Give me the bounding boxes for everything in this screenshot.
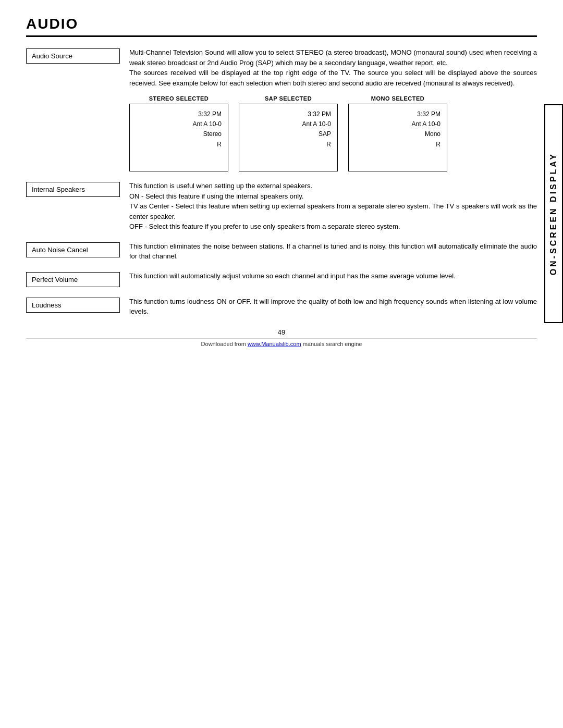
audio-source-section: Audio Source Multi-Channel Television So… <box>26 47 537 171</box>
footer-link[interactable]: www.Manualslib.com <box>248 341 301 347</box>
page-header: AUDIO <box>26 16 537 37</box>
page-footer: 49 Downloaded from www.Manualslib.com ma… <box>0 328 563 347</box>
audio-source-desc1: Multi-Channel Television Sound will allo… <box>129 47 537 88</box>
stereo-diagram: STEREO SELECTED 3:32 PMAnt A 10-0StereoR <box>129 95 228 171</box>
sap-diagram: SAP SELECTED 3:32 PMAnt A 10-0SAPR <box>239 95 338 171</box>
content-area: Audio Source Multi-Channel Television So… <box>26 47 537 317</box>
stereo-screen-text: 3:32 PMAnt A 10-0StereoR <box>193 109 222 150</box>
auto-noise-cancel-label: Auto Noise Cancel <box>26 242 120 257</box>
sap-screen-text: 3:32 PMAnt A 10-0SAPR <box>302 109 331 150</box>
internal-speakers-desc: This function is useful when setting up … <box>129 181 537 232</box>
stereo-screen: 3:32 PMAnt A 10-0StereoR <box>129 104 228 171</box>
stereo-label: STEREO SELECTED <box>149 95 209 102</box>
perfect-volume-desc: This function will automatically adjust … <box>129 271 537 281</box>
sidebar-label: ON-SCREEN DISPLAY <box>549 152 558 275</box>
audio-source-label: Audio Source <box>26 48 120 64</box>
mono-label: MONO SELECTED <box>371 95 424 102</box>
loudness-label: Loudness <box>26 298 120 313</box>
sap-screen: 3:32 PMAnt A 10-0SAPR <box>239 104 338 171</box>
loudness-desc: This function turns loudness ON or OFF. … <box>129 297 537 317</box>
perfect-volume-row: Perfect Volume This function will automa… <box>26 271 537 287</box>
sap-label: SAP SELECTED <box>265 95 312 102</box>
audio-source-content: Multi-Channel Television Sound will allo… <box>129 47 537 171</box>
diagrams-row: STEREO SELECTED 3:32 PMAnt A 10-0StereoR… <box>129 95 537 171</box>
internal-speakers-row: Internal Speakers This function is usefu… <box>26 181 537 232</box>
perfect-volume-label: Perfect Volume <box>26 272 120 287</box>
auto-noise-cancel-row: Auto Noise Cancel This function eliminat… <box>26 241 537 262</box>
page-title: AUDIO <box>26 16 537 32</box>
sidebar-vertical: ON-SCREEN DISPLAY <box>544 104 563 323</box>
internal-speakers-label: Internal Speakers <box>26 182 120 197</box>
mono-screen-text: 3:32 PMAnt A 10-0MonoR <box>412 109 440 150</box>
mono-screen: 3:32 PMAnt A 10-0MonoR <box>348 104 447 171</box>
page-number: 49 <box>0 328 563 336</box>
auto-noise-cancel-desc: This function eliminates the noise betwe… <box>129 241 537 262</box>
footer-text: Downloaded from www.Manualslib.com manua… <box>0 341 563 347</box>
mono-diagram: MONO SELECTED 3:32 PMAnt A 10-0MonoR <box>348 95 447 171</box>
loudness-row: Loudness This function turns loudness ON… <box>26 297 537 317</box>
